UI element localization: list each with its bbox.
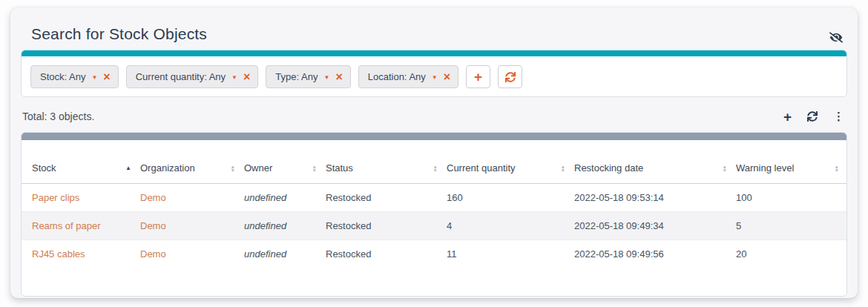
new-object-icon[interactable]: + <box>783 110 792 124</box>
refresh-icon <box>505 72 516 82</box>
sort-icon[interactable]: ▲▼ <box>433 165 438 172</box>
sort-icon[interactable]: ▲▼ <box>723 165 727 172</box>
page-title: Search for Stock Objects <box>31 25 207 43</box>
current-quantity-cell: 160 <box>445 184 573 212</box>
refresh-table-icon[interactable] <box>807 111 818 122</box>
column-label: Organization <box>140 162 195 174</box>
column-label: Current quantity <box>447 162 516 174</box>
table-row[interactable]: Paper clips Demo undefined Restocked 160… <box>22 184 846 212</box>
plus-icon: + <box>474 70 482 84</box>
current-quantity-cell: 4 <box>445 212 573 240</box>
stock-link[interactable]: Paper clips <box>32 192 79 203</box>
table-row[interactable]: RJ45 cables Demo undefined Restocked 11 … <box>22 240 846 268</box>
column-header-status[interactable]: Status ▲▼ <box>324 140 445 184</box>
chevron-down-icon[interactable]: ▼ <box>432 73 438 81</box>
remove-filter-icon[interactable]: × <box>243 71 250 83</box>
column-label: Owner <box>244 162 272 174</box>
owner-cell: undefined <box>243 212 324 240</box>
filter-chip-label: Stock: Any <box>40 71 85 82</box>
table-header-row: Stock ▲ Organization ▲▼ Owner ▲▼ Status … <box>22 140 846 184</box>
warning-level-cell: 5 <box>734 212 846 240</box>
add-criterion-button[interactable]: + <box>466 65 490 88</box>
sort-icon[interactable]: ▲▼ <box>835 165 839 172</box>
filter-chip-stock[interactable]: Stock: Any ▼ × <box>30 65 119 88</box>
column-header-warning-level[interactable]: Warning level ▲▼ <box>734 140 846 184</box>
restocking-date-cell: 2022-05-18 09:49:56 <box>573 240 734 268</box>
table-panel-accent-bar <box>22 133 846 140</box>
organization-link[interactable]: Demo <box>140 220 166 231</box>
filter-chips-row: Stock: Any ▼ × Current quantity: Any ▼ ×… <box>22 56 846 97</box>
remove-filter-icon[interactable]: × <box>103 71 110 83</box>
column-label: Status <box>326 162 353 174</box>
warning-level-cell: 20 <box>734 240 846 268</box>
status-cell: Restocked <box>324 240 445 268</box>
chevron-down-icon[interactable]: ▼ <box>323 73 329 81</box>
sort-icon[interactable]: ▲▼ <box>561 165 565 172</box>
filter-chip-label: Location: Any <box>368 71 426 82</box>
search-stock-card: Search for Stock Objects Stock: Any ▼ × … <box>10 7 858 298</box>
current-quantity-cell: 11 <box>445 240 573 268</box>
sort-asc-icon[interactable]: ▲ <box>125 165 131 171</box>
refresh-search-button[interactable] <box>498 65 522 88</box>
sort-icon[interactable]: ▲▼ <box>231 165 235 172</box>
status-cell: Restocked <box>324 212 445 240</box>
search-filter-panel: Stock: Any ▼ × Current quantity: Any ▼ ×… <box>21 50 847 97</box>
organization-link[interactable]: Demo <box>140 192 166 203</box>
filter-panel-accent-bar <box>22 50 846 56</box>
results-summary-row: Total: 3 objects. + ⋮ <box>21 108 847 125</box>
stock-objects-table: Stock ▲ Organization ▲▼ Owner ▲▼ Status … <box>22 140 846 268</box>
table-row[interactable]: Reams of paper Demo undefined Restocked … <box>22 212 846 240</box>
column-label: Stock <box>32 162 56 174</box>
hide-search-icon[interactable] <box>829 32 843 43</box>
owner-cell: undefined <box>243 184 324 212</box>
table-menu-icon[interactable]: ⋮ <box>833 110 844 123</box>
remove-filter-icon[interactable]: × <box>335 71 342 83</box>
warning-level-cell: 100 <box>734 184 846 212</box>
column-header-organization[interactable]: Organization ▲▼ <box>139 140 243 184</box>
stock-link[interactable]: RJ45 cables <box>32 248 85 260</box>
sort-icon[interactable]: ▲▼ <box>312 165 317 172</box>
filter-chip-label: Type: Any <box>275 71 318 82</box>
column-header-stock[interactable]: Stock ▲ <box>22 140 139 184</box>
owner-cell: undefined <box>243 240 324 268</box>
chevron-down-icon[interactable]: ▼ <box>91 73 97 81</box>
results-table-panel: Stock ▲ Organization ▲▼ Owner ▲▼ Status … <box>21 132 847 297</box>
chevron-down-icon[interactable]: ▼ <box>231 73 237 81</box>
column-label: Restocking date <box>574 162 643 174</box>
restocking-date-cell: 2022-05-18 09:49:34 <box>573 212 734 240</box>
total-count: Total: 3 objects. <box>22 110 94 122</box>
organization-link[interactable]: Demo <box>140 248 166 260</box>
filter-chip-location[interactable]: Location: Any ▼ × <box>358 65 458 88</box>
table-toolbar: + ⋮ <box>783 110 844 124</box>
restocking-date-cell: 2022-05-18 09:53:14 <box>573 184 734 212</box>
filter-chip-current-quantity[interactable]: Current quantity: Any ▼ × <box>126 65 259 88</box>
stock-link[interactable]: Reams of paper <box>32 220 101 231</box>
remove-filter-icon[interactable]: × <box>444 71 450 83</box>
column-label: Warning level <box>736 162 794 174</box>
filter-chip-type[interactable]: Type: Any ▼ × <box>266 65 350 88</box>
status-cell: Restocked <box>324 184 445 212</box>
filter-chip-label: Current quantity: Any <box>136 71 226 82</box>
card-header: Search for Stock Objects <box>21 18 847 43</box>
column-header-current-quantity[interactable]: Current quantity ▲▼ <box>445 140 573 184</box>
column-header-restocking-date[interactable]: Restocking date ▲▼ <box>573 140 734 184</box>
column-header-owner[interactable]: Owner ▲▼ <box>243 140 324 184</box>
